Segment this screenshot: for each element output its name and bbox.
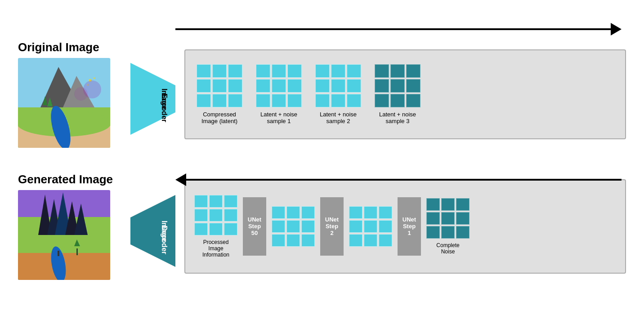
grid-cell-dark: [456, 212, 470, 225]
latent-noise-3-label: Latent + noisesample 3: [379, 111, 416, 124]
grid-cell: [209, 195, 223, 208]
grid-cell: [287, 94, 302, 107]
top-arrow: [175, 25, 622, 34]
bottom-arrow: [175, 175, 622, 184]
grid-cell: [212, 79, 227, 93]
latent-noise-2-item: Latent + noisesample 2: [315, 64, 361, 124]
grid-cell-dark: [426, 226, 440, 239]
complete-noise-item: CompleteNoise: [426, 198, 470, 255]
original-image-section: Original Image: [18, 40, 121, 148]
compressed-image-item: CompressedImage (latent): [197, 64, 242, 124]
grid-cell: [349, 206, 362, 219]
grid-cell: [364, 220, 377, 233]
grid-3: [349, 206, 392, 247]
processed-image-grid: [194, 195, 237, 235]
grid-cell: [228, 79, 242, 93]
grid-cell: [197, 64, 211, 78]
top-grid-container: CompressedImage (latent) Latent + noises…: [184, 49, 626, 139]
grid-cell: [287, 64, 302, 78]
grid-cell: [194, 223, 208, 235]
top-row: Original Image: [18, 40, 626, 148]
generated-image-section: Generated Image: [18, 173, 121, 280]
grid-cell: [349, 220, 362, 233]
svg-point-10: [94, 77, 95, 79]
grid-cell: [287, 79, 302, 93]
latent-noise-1-item: Latent + noisesample 1: [256, 64, 302, 124]
grid-cell: [197, 79, 211, 93]
compressed-label: CompressedImage (latent): [201, 111, 237, 124]
compressed-grid: [197, 64, 242, 107]
grid-cell: [331, 64, 345, 78]
grid-cell: [331, 94, 345, 107]
grid-cell: [347, 64, 361, 78]
grid-cell: [224, 209, 237, 222]
grid-item-3: [349, 206, 392, 247]
latent-noise-1-label: Latent + noisesample 1: [260, 111, 297, 124]
complete-noise-grid: [426, 198, 470, 239]
processed-image-item: ProcessedImageInformation: [194, 195, 237, 258]
grid-cell: [209, 209, 223, 222]
grid-cell-dark: [375, 64, 389, 78]
latent-noise-2-label: Latent + noisesample 2: [320, 111, 357, 124]
grid-cell: [286, 234, 300, 247]
grid-cell-dark: [390, 79, 405, 93]
latent-noise-2-grid: [315, 64, 361, 107]
grid-cell: [194, 209, 208, 222]
image-encoder: Image Encoder: [128, 63, 178, 135]
grid-cell: [212, 64, 227, 78]
grid-cell: [347, 94, 361, 107]
grid-cell: [228, 94, 242, 107]
original-image: [18, 58, 110, 148]
processed-image-label: ProcessedImageInformation: [202, 239, 229, 258]
grid-cell: [272, 94, 286, 107]
grid-cell: [331, 79, 345, 93]
grid-cell: [286, 206, 300, 219]
grid-cell-dark: [406, 64, 420, 78]
grid-cell: [212, 94, 227, 107]
svg-marker-14: [130, 63, 175, 135]
grid-cell: [256, 64, 270, 78]
grid-2: [272, 206, 315, 247]
latent-noise-1-grid: [256, 64, 302, 107]
grid-cell: [347, 79, 361, 93]
decoder-shape: Image Decoder: [130, 195, 175, 267]
grid-cell-dark: [375, 79, 389, 93]
grid-cell: [224, 195, 237, 208]
unet-step-2: UNetStep2: [320, 197, 344, 256]
grid-cell: [286, 220, 300, 233]
grid-cell-dark: [406, 94, 420, 107]
grid-cell-dark: [456, 226, 470, 239]
grid-cell: [315, 64, 330, 78]
grid-cell: [364, 206, 377, 219]
generated-image-title: Generated Image: [18, 173, 121, 186]
svg-rect-27: [58, 251, 59, 256]
grid-cell: [194, 195, 208, 208]
grid-cell: [256, 94, 270, 107]
bottom-grid-container: ProcessedImageInformation UNetStep50: [184, 179, 626, 274]
grid-cell-dark: [456, 198, 470, 211]
image-decoder: Image Decoder: [128, 195, 178, 267]
unet-50-label: UNetStep50: [248, 216, 261, 236]
grid-cell-dark: [441, 212, 455, 225]
svg-text:Encoder: Encoder: [161, 93, 168, 122]
complete-noise-label: CompleteNoise: [436, 242, 459, 255]
unet-2-label: UNetStep2: [325, 216, 339, 236]
grid-cell-dark: [375, 94, 389, 107]
grid-cell: [379, 220, 392, 233]
latent-noise-3-item: Latent + noisesample 3: [375, 64, 420, 124]
grid-cell: [272, 220, 285, 233]
svg-text:Decoder: Decoder: [161, 225, 168, 254]
grid-item-2: [272, 206, 315, 247]
grid-cell: [364, 234, 377, 247]
svg-rect-28: [76, 248, 78, 255]
encoder-shape: Image Encoder: [130, 63, 175, 135]
original-image-svg: [18, 58, 110, 148]
grid-cell: [272, 234, 285, 247]
generated-image: [18, 190, 110, 280]
grid-cell-dark: [406, 79, 420, 93]
grid-cell: [256, 79, 270, 93]
grid-cell: [315, 94, 330, 107]
grid-cell-dark: [390, 94, 405, 107]
grid-cell: [272, 79, 286, 93]
grid-cell-dark: [441, 198, 455, 211]
